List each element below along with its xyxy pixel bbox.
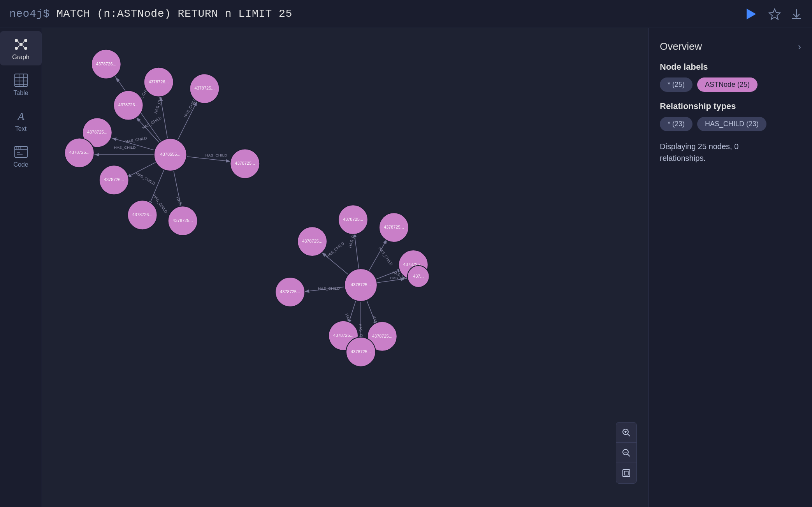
overview-panel: Overview › Node labels * (25) ASTNode (2…: [649, 28, 812, 507]
stats-text: Displaying 25 nodes, 0relationships.: [660, 142, 738, 162]
svg-point-47: [154, 138, 187, 171]
graph-icon: [14, 37, 28, 51]
svg-text:HAS_CHILD: HAS_CHILD: [114, 145, 136, 150]
svg-point-87: [344, 269, 377, 301]
sidebar-item-code[interactable]: Code: [0, 139, 42, 173]
node-label-badges: * (25) ASTNode (25): [660, 77, 801, 92]
overview-title: Overview: [660, 40, 702, 53]
svg-point-8: [24, 47, 27, 50]
overview-chevron-icon[interactable]: ›: [798, 41, 801, 52]
favorite-button[interactable]: [768, 8, 781, 20]
svg-point-4: [19, 43, 23, 46]
svg-point-55: [114, 91, 143, 120]
svg-text:HAS_CHILD: HAS_CHILD: [318, 286, 340, 290]
svg-point-99: [408, 266, 429, 287]
node-c2-3[interactable]: 4378725...: [379, 213, 409, 242]
node-10[interactable]: 4378725...: [65, 138, 94, 167]
query-display: neo4j$ MATCH (n:ASTNode) RETURN n LIMIT …: [9, 8, 736, 20]
node-c2-5[interactable]: 4378725...: [275, 277, 305, 307]
node-center-2[interactable]: 4378725...: [344, 269, 377, 301]
sidebar: Graph Table A Text: [0, 28, 42, 507]
svg-point-97: [275, 277, 305, 307]
svg-line-11: [18, 45, 19, 48]
node-labels-section: Node labels * (25) ASTNode (25): [660, 62, 801, 92]
sidebar-code-label: Code: [13, 161, 28, 168]
node-6[interactable]: 4378725...: [230, 149, 260, 178]
svg-point-89: [297, 227, 327, 256]
run-button[interactable]: [742, 5, 759, 23]
zoom-out-button[interactable]: [616, 443, 636, 463]
overview-stats: Displaying 25 nodes, 0relationships.: [660, 141, 801, 164]
svg-line-113: [627, 454, 630, 456]
svg-point-67: [65, 138, 94, 167]
svg-point-61: [99, 165, 129, 195]
table-icon: [14, 73, 28, 87]
svg-point-105: [346, 337, 376, 367]
svg-point-6: [24, 39, 27, 42]
node-c2-6[interactable]: 437...: [408, 266, 429, 287]
zoom-in-button[interactable]: [616, 422, 636, 443]
sidebar-item-graph[interactable]: Graph: [0, 31, 42, 65]
text-icon: A: [14, 109, 28, 123]
sidebar-text-label: Text: [15, 125, 26, 132]
zoom-controls: [616, 422, 637, 484]
download-button[interactable]: [790, 8, 803, 20]
svg-text:HAS_CHILD: HAS_CHILD: [135, 171, 156, 186]
query-prompt: neo4j$: [9, 8, 50, 20]
node-8[interactable]: 4378726...: [128, 200, 157, 230]
node-labels-title: Node labels: [660, 62, 801, 72]
svg-point-53: [190, 74, 220, 104]
sidebar-item-table[interactable]: Table: [0, 67, 42, 101]
svg-point-91: [338, 205, 368, 234]
svg-rect-114: [623, 470, 630, 477]
svg-rect-115: [624, 471, 628, 475]
svg-line-10: [23, 41, 24, 44]
node-3[interactable]: 4378725...: [190, 74, 220, 104]
query-actions: [742, 5, 803, 23]
relationship-types-section: Relationship types * (23) HAS_CHILD (23): [660, 101, 801, 131]
badge-has-child[interactable]: HAS_CHILD (23): [697, 117, 766, 131]
sidebar-table-label: Table: [13, 90, 28, 97]
node-4[interactable]: 4378726...: [114, 91, 143, 120]
main-layout: Graph Table A Text: [0, 28, 812, 507]
sidebar-item-text[interactable]: A Text: [0, 103, 42, 137]
svg-marker-1: [769, 9, 780, 19]
svg-point-65: [168, 206, 198, 236]
node-c2-1[interactable]: 4378725...: [297, 227, 327, 256]
svg-line-110: [627, 434, 630, 436]
svg-line-9: [18, 41, 19, 44]
badge-all-rels[interactable]: * (23): [660, 117, 692, 131]
svg-point-22: [16, 148, 17, 149]
graph-canvas[interactable]: HAS_CHILD HAS_CHILD HAS_CHILD HAS_CHILD …: [42, 28, 649, 507]
sidebar-graph-label: Graph: [12, 54, 29, 61]
node-c2-9[interactable]: 4378725...: [346, 337, 376, 367]
relationship-types-title: Relationship types: [660, 101, 801, 111]
node-c2-2[interactable]: 4378725...: [338, 205, 368, 234]
svg-marker-0: [747, 9, 756, 19]
badge-astnode[interactable]: ASTNode (25): [697, 77, 758, 92]
zoom-fit-button[interactable]: [616, 463, 636, 483]
svg-point-59: [230, 149, 260, 178]
svg-text:HAS_CHILD: HAS_CHILD: [378, 246, 394, 266]
svg-text:HAS_CHILD: HAS_CHILD: [205, 153, 227, 157]
svg-text:HAS_CHILD: HAS_CHILD: [125, 136, 147, 144]
node-1[interactable]: 4378726...: [91, 49, 121, 79]
graph-visualization[interactable]: HAS_CHILD HAS_CHILD HAS_CHILD HAS_CHILD …: [42, 28, 649, 507]
badge-all-nodes[interactable]: * (25): [660, 77, 692, 92]
svg-point-7: [15, 47, 18, 50]
query-text[interactable]: MATCH (n:ASTNode) RETURN n LIMIT 25: [50, 8, 292, 20]
relationship-badges: * (23) HAS_CHILD (23): [660, 117, 801, 131]
svg-point-23: [18, 148, 19, 149]
node-7[interactable]: 4378726...: [99, 165, 129, 195]
svg-point-51: [144, 67, 174, 97]
svg-point-93: [379, 213, 409, 242]
query-bar: neo4j$ MATCH (n:ASTNode) RETURN n LIMIT …: [0, 0, 812, 28]
svg-point-24: [20, 148, 21, 149]
code-icon: [14, 145, 28, 159]
svg-text:HAS_CHILD: HAS_CHILD: [325, 241, 345, 258]
node-9[interactable]: 4378725...: [168, 206, 198, 236]
node-2[interactable]: 4378726...: [144, 67, 174, 97]
svg-point-5: [15, 39, 18, 42]
svg-text:A: A: [17, 110, 25, 122]
node-center-1[interactable]: 4378555...: [154, 138, 187, 171]
